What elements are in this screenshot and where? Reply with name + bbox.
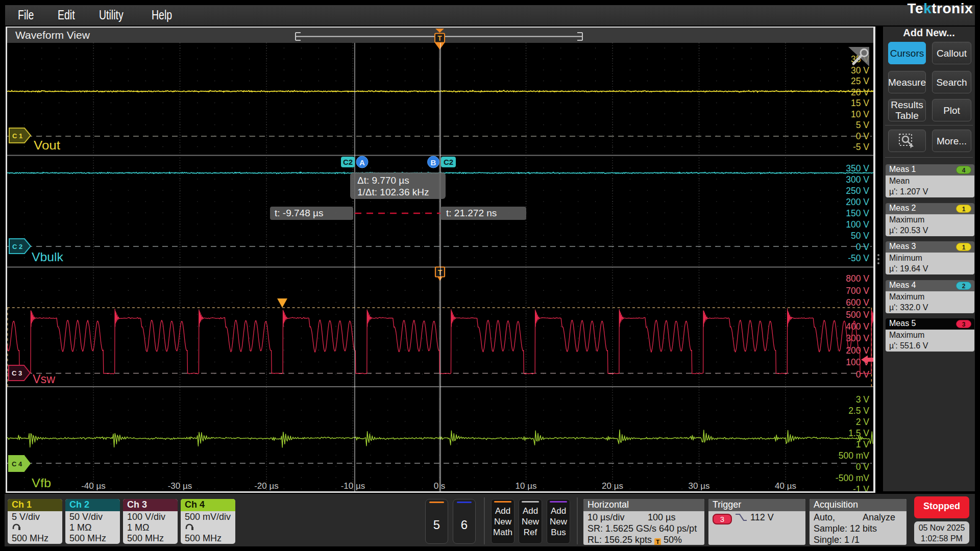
- svg-text:1/Δt: 102.36 kHz: 1/Δt: 102.36 kHz: [357, 187, 429, 197]
- svg-text:600 V: 600 V: [846, 297, 869, 308]
- svg-text:C 1: C 1: [12, 132, 22, 140]
- svg-text:t: -9.748 µs: t: -9.748 µs: [275, 208, 323, 218]
- svg-text:Vout: Vout: [34, 138, 60, 152]
- svg-text:A: A: [359, 158, 365, 167]
- svg-text:40 µs: 40 µs: [775, 481, 796, 491]
- svg-text:0 V: 0 V: [856, 462, 870, 472]
- svg-text:t: 21.272 ns: t: 21.272 ns: [446, 208, 497, 218]
- svg-text:C 2: C 2: [12, 243, 22, 251]
- svg-text:50 V: 50 V: [851, 231, 869, 241]
- svg-text:C2: C2: [444, 158, 453, 166]
- svg-text:150 V: 150 V: [846, 208, 869, 218]
- svg-text:300 V: 300 V: [846, 174, 869, 185]
- svg-text:2 V: 2 V: [856, 417, 870, 427]
- svg-text:T: T: [437, 34, 442, 42]
- svg-text:800 V: 800 V: [846, 273, 869, 284]
- svg-text:700 V: 700 V: [846, 286, 869, 296]
- svg-text:15 V: 15 V: [851, 98, 869, 108]
- svg-text:C 3: C 3: [12, 369, 22, 377]
- svg-text:3 V: 3 V: [856, 394, 870, 405]
- svg-text:Vbulk: Vbulk: [32, 250, 64, 264]
- svg-text:20 µs: 20 µs: [602, 481, 623, 491]
- svg-text:-1 V: -1 V: [853, 484, 869, 492]
- svg-text:30 µs: 30 µs: [689, 481, 710, 491]
- svg-text:B: B: [431, 158, 436, 167]
- svg-text:0 V: 0 V: [856, 242, 870, 252]
- svg-text:30 V: 30 V: [851, 65, 869, 76]
- svg-text:350 V: 350 V: [846, 163, 869, 173]
- svg-text:-10 µs: -10 µs: [341, 481, 365, 491]
- svg-text:0 V: 0 V: [856, 369, 870, 380]
- svg-text:10 V: 10 V: [851, 109, 869, 119]
- svg-text:400 V: 400 V: [846, 321, 869, 332]
- svg-text:0 s: 0 s: [434, 481, 446, 491]
- svg-text:0 V: 0 V: [856, 131, 870, 141]
- svg-text:-500 mV: -500 mV: [836, 473, 869, 483]
- svg-text:Δt: 9.770 µs: Δt: 9.770 µs: [357, 175, 409, 186]
- svg-text:-5 V: -5 V: [853, 142, 869, 152]
- svg-text:C2: C2: [343, 158, 353, 166]
- svg-text:-40 µs: -40 µs: [81, 481, 106, 491]
- svg-text:2.5 V: 2.5 V: [848, 406, 869, 416]
- svg-text:1 V: 1 V: [856, 439, 870, 449]
- svg-text:Vfb: Vfb: [32, 476, 51, 490]
- svg-text:10 µs: 10 µs: [516, 481, 537, 491]
- svg-text:-20 µs: -20 µs: [254, 481, 279, 491]
- svg-text:T: T: [438, 268, 443, 277]
- svg-text:20 V: 20 V: [851, 87, 869, 97]
- svg-text:500 mV: 500 mV: [839, 450, 870, 461]
- svg-text:200 V: 200 V: [846, 197, 869, 207]
- svg-text:-30 µs: -30 µs: [168, 481, 192, 491]
- svg-text:Vsw: Vsw: [33, 372, 56, 386]
- svg-text:250 V: 250 V: [846, 186, 869, 196]
- svg-text:C 4: C 4: [12, 460, 22, 468]
- svg-text:-50 V: -50 V: [848, 253, 869, 263]
- svg-text:100 V: 100 V: [846, 219, 869, 230]
- svg-text:5 V: 5 V: [856, 120, 870, 130]
- svg-text:500 V: 500 V: [846, 310, 869, 320]
- svg-text:25 V: 25 V: [851, 76, 869, 86]
